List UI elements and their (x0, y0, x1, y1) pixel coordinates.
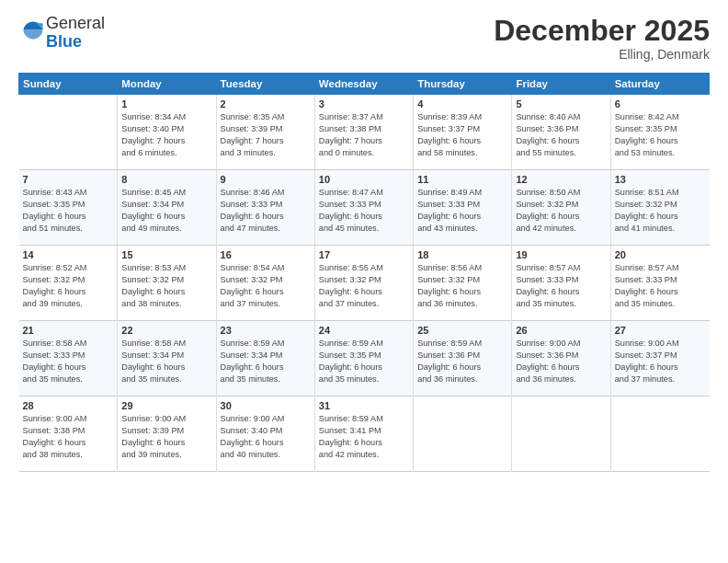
cell-details: Sunrise: 8:47 AM Sunset: 3:33 PM Dayligh… (319, 187, 409, 235)
month-title: December 2025 (494, 15, 710, 47)
day-number: 19 (516, 249, 606, 260)
calendar-cell: 21Sunrise: 8:58 AM Sunset: 3:33 PM Dayli… (19, 321, 118, 396)
cell-details: Sunrise: 8:57 AM Sunset: 3:33 PM Dayligh… (615, 262, 706, 310)
col-thursday: Thursday (414, 74, 512, 95)
calendar-cell: 20Sunrise: 8:57 AM Sunset: 3:33 PM Dayli… (610, 246, 709, 321)
calendar-cell: 18Sunrise: 8:56 AM Sunset: 3:32 PM Dayli… (414, 246, 512, 321)
calendar-cell: 31Sunrise: 8:59 AM Sunset: 3:41 PM Dayli… (314, 396, 413, 472)
cell-details: Sunrise: 9:00 AM Sunset: 3:36 PM Dayligh… (516, 338, 606, 385)
header: General Blue December 2025 Elling, Denma… (18, 15, 710, 62)
calendar-cell: 19Sunrise: 8:57 AM Sunset: 3:33 PM Dayli… (512, 246, 610, 321)
col-saturday: Saturday (610, 74, 709, 95)
cell-details: Sunrise: 8:52 AM Sunset: 3:32 PM Dayligh… (23, 262, 114, 310)
day-number: 14 (23, 249, 114, 260)
calendar-cell (19, 95, 118, 170)
calendar-cell: 28Sunrise: 9:00 AM Sunset: 3:38 PM Dayli… (19, 396, 118, 472)
calendar-cell: 27Sunrise: 9:00 AM Sunset: 3:37 PM Dayli… (610, 321, 709, 396)
calendar-cell: 7Sunrise: 8:43 AM Sunset: 3:35 PM Daylig… (19, 170, 118, 246)
calendar-cell: 6Sunrise: 8:42 AM Sunset: 3:35 PM Daylig… (610, 95, 709, 170)
col-tuesday: Tuesday (216, 74, 314, 95)
week-row-2: 7Sunrise: 8:43 AM Sunset: 3:35 PM Daylig… (19, 170, 710, 246)
calendar-cell: 23Sunrise: 8:59 AM Sunset: 3:34 PM Dayli… (216, 321, 314, 396)
day-number: 24 (319, 325, 409, 336)
cell-details: Sunrise: 8:37 AM Sunset: 3:38 PM Dayligh… (319, 111, 409, 159)
calendar-body: 1Sunrise: 8:34 AM Sunset: 3:40 PM Daylig… (19, 95, 710, 472)
calendar-cell: 15Sunrise: 8:53 AM Sunset: 3:32 PM Dayli… (118, 246, 216, 321)
day-number: 30 (221, 400, 311, 411)
cell-details: Sunrise: 8:54 AM Sunset: 3:32 PM Dayligh… (221, 262, 311, 310)
day-number: 4 (417, 98, 507, 109)
cell-details: Sunrise: 8:58 AM Sunset: 3:34 PM Dayligh… (121, 338, 211, 385)
col-sunday: Sunday (19, 74, 118, 95)
col-friday: Friday (512, 74, 610, 95)
calendar-cell: 9Sunrise: 8:46 AM Sunset: 3:33 PM Daylig… (216, 170, 314, 246)
day-number: 16 (221, 249, 311, 260)
day-number: 28 (23, 400, 114, 411)
day-number: 21 (23, 325, 114, 336)
cell-details: Sunrise: 8:42 AM Sunset: 3:35 PM Dayligh… (615, 111, 706, 159)
calendar-cell: 11Sunrise: 8:49 AM Sunset: 3:33 PM Dayli… (414, 170, 512, 246)
day-number: 18 (417, 249, 507, 260)
calendar-cell: 16Sunrise: 8:54 AM Sunset: 3:32 PM Dayli… (216, 246, 314, 321)
logo-general-text: General (46, 14, 105, 32)
cell-details: Sunrise: 8:49 AM Sunset: 3:33 PM Dayligh… (417, 187, 507, 235)
title-block: December 2025 Elling, Denmark (494, 15, 710, 62)
day-number: 8 (121, 174, 211, 185)
calendar-table: Sunday Monday Tuesday Wednesday Thursday… (18, 73, 710, 472)
calendar-cell: 22Sunrise: 8:58 AM Sunset: 3:34 PM Dayli… (118, 321, 216, 396)
calendar-cell: 2Sunrise: 8:35 AM Sunset: 3:39 PM Daylig… (216, 95, 314, 170)
cell-details: Sunrise: 8:58 AM Sunset: 3:33 PM Dayligh… (23, 338, 114, 385)
day-number: 6 (615, 98, 706, 109)
day-number: 25 (417, 325, 507, 336)
cell-details: Sunrise: 8:51 AM Sunset: 3:32 PM Dayligh… (615, 187, 706, 235)
col-monday: Monday (118, 74, 216, 95)
cell-details: Sunrise: 8:39 AM Sunset: 3:37 PM Dayligh… (417, 111, 507, 159)
week-row-5: 28Sunrise: 9:00 AM Sunset: 3:38 PM Dayli… (19, 396, 710, 472)
calendar-cell: 30Sunrise: 9:00 AM Sunset: 3:40 PM Dayli… (216, 396, 314, 472)
header-row: Sunday Monday Tuesday Wednesday Thursday… (19, 74, 710, 95)
day-number: 11 (417, 174, 507, 185)
calendar-cell: 25Sunrise: 8:59 AM Sunset: 3:36 PM Dayli… (414, 321, 512, 396)
week-row-4: 21Sunrise: 8:58 AM Sunset: 3:33 PM Dayli… (19, 321, 710, 396)
calendar-cell: 24Sunrise: 8:59 AM Sunset: 3:35 PM Dayli… (314, 321, 413, 396)
cell-details: Sunrise: 8:35 AM Sunset: 3:39 PM Dayligh… (221, 111, 311, 159)
week-row-3: 14Sunrise: 8:52 AM Sunset: 3:32 PM Dayli… (19, 246, 710, 321)
calendar-cell: 12Sunrise: 8:50 AM Sunset: 3:32 PM Dayli… (512, 170, 610, 246)
cell-details: Sunrise: 8:34 AM Sunset: 3:40 PM Dayligh… (121, 111, 211, 159)
location: Elling, Denmark (494, 47, 710, 62)
cell-details: Sunrise: 8:59 AM Sunset: 3:34 PM Dayligh… (221, 338, 311, 385)
col-wednesday: Wednesday (314, 74, 413, 95)
day-number: 2 (221, 98, 311, 109)
cell-details: Sunrise: 8:59 AM Sunset: 3:36 PM Dayligh… (417, 338, 507, 385)
day-number: 31 (319, 400, 409, 411)
calendar-cell: 10Sunrise: 8:47 AM Sunset: 3:33 PM Dayli… (314, 170, 413, 246)
cell-details: Sunrise: 8:57 AM Sunset: 3:33 PM Dayligh… (516, 262, 606, 310)
cell-details: Sunrise: 9:00 AM Sunset: 3:40 PM Dayligh… (221, 413, 311, 461)
day-number: 27 (615, 325, 706, 336)
cell-details: Sunrise: 8:59 AM Sunset: 3:41 PM Dayligh… (319, 413, 409, 461)
day-number: 23 (221, 325, 311, 336)
day-number: 15 (121, 249, 211, 260)
calendar-cell: 4Sunrise: 8:39 AM Sunset: 3:37 PM Daylig… (414, 95, 512, 170)
cell-details: Sunrise: 8:40 AM Sunset: 3:36 PM Dayligh… (516, 111, 606, 159)
page: General Blue December 2025 Elling, Denma… (0, 0, 728, 563)
calendar-cell: 1Sunrise: 8:34 AM Sunset: 3:40 PM Daylig… (118, 95, 216, 170)
day-number: 12 (516, 174, 606, 185)
cell-details: Sunrise: 8:56 AM Sunset: 3:32 PM Dayligh… (417, 262, 507, 310)
day-number: 10 (319, 174, 409, 185)
cell-details: Sunrise: 8:43 AM Sunset: 3:35 PM Dayligh… (23, 187, 114, 235)
day-number: 13 (615, 174, 706, 185)
day-number: 9 (221, 174, 311, 185)
calendar-cell: 26Sunrise: 9:00 AM Sunset: 3:36 PM Dayli… (512, 321, 610, 396)
logo: General Blue (18, 15, 105, 52)
week-row-1: 1Sunrise: 8:34 AM Sunset: 3:40 PM Daylig… (19, 95, 710, 170)
cell-details: Sunrise: 9:00 AM Sunset: 3:37 PM Dayligh… (615, 338, 706, 385)
day-number: 20 (615, 249, 706, 260)
day-number: 7 (23, 174, 114, 185)
day-number: 1 (121, 98, 211, 109)
cell-details: Sunrise: 8:55 AM Sunset: 3:32 PM Dayligh… (319, 262, 409, 310)
calendar-cell (512, 396, 610, 472)
calendar-cell: 8Sunrise: 8:45 AM Sunset: 3:34 PM Daylig… (118, 170, 216, 246)
day-number: 22 (121, 325, 211, 336)
cell-details: Sunrise: 8:46 AM Sunset: 3:33 PM Dayligh… (221, 187, 311, 235)
